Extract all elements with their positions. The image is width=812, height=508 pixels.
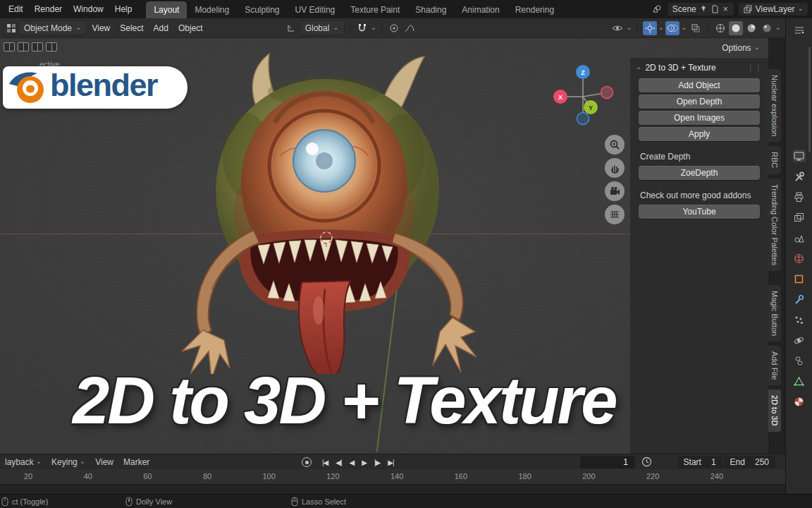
browse-scene-icon[interactable] — [650, 2, 664, 16]
show-overlays-icon[interactable] — [665, 21, 679, 35]
tab-add-file[interactable]: Add File — [768, 346, 781, 385]
monster-model[interactable] — [169, 49, 508, 374]
grid-ortho-button[interactable] — [605, 205, 625, 224]
options-dropdown[interactable]: Options — [722, 43, 760, 53]
strip-scrollbar[interactable] — [808, 47, 811, 152]
overlays-chevron[interactable] — [681, 23, 687, 33]
zoedepth-button[interactable]: ZoeDepth — [639, 166, 760, 180]
render-tab-icon[interactable] — [793, 170, 806, 183]
visibility-chevron[interactable] — [626, 23, 632, 33]
tab-uv-editing[interactable]: UV Editing — [288, 1, 343, 18]
orientation-dropdown[interactable]: Global — [300, 20, 345, 35]
scene-tab-icon[interactable] — [793, 231, 806, 244]
layout-split-icon[interactable] — [4, 42, 15, 52]
tab-nuclear-explosion[interactable]: Nuclear explosion — [768, 69, 781, 142]
new-scene-icon[interactable] — [710, 5, 719, 13]
material-tab-icon[interactable] — [793, 395, 806, 408]
apply-button[interactable]: Apply — [639, 127, 760, 141]
mode-dropdown[interactable]: Object Mode — [18, 20, 87, 35]
panel-grip-icon[interactable]: ⋮⋮ — [747, 64, 763, 72]
jump-to-end-button[interactable]: ▶| — [385, 457, 396, 468]
add-object-button[interactable]: Add Object — [639, 78, 760, 92]
viewlayer-selector[interactable]: ViewLayer — [738, 2, 808, 16]
tab-magic-button[interactable]: Magic Button — [768, 285, 781, 341]
shading-chevron[interactable] — [775, 23, 781, 33]
tab-shading[interactable]: Shading — [407, 1, 454, 18]
menu-edit[interactable]: Edit — [3, 1, 29, 17]
layout-split-icon[interactable] — [46, 42, 57, 52]
tab-texture-paint[interactable]: Texture Paint — [343, 1, 407, 18]
scene-selector[interactable]: Scene × — [668, 2, 734, 16]
view-layer-tab-icon[interactable] — [793, 211, 806, 224]
modifiers-tab-icon[interactable] — [793, 293, 806, 306]
unlink-scene-icon[interactable]: × — [722, 4, 730, 14]
object-tab-icon[interactable] — [793, 272, 806, 285]
menu-select[interactable]: Select — [115, 20, 148, 36]
timeline-scroll-strip[interactable] — [0, 484, 785, 494]
zoom-button[interactable] — [605, 135, 625, 155]
tab-2d-to-3d[interactable]: 2D to 3D — [768, 389, 781, 431]
editor-type-icon[interactable] — [4, 21, 18, 35]
snap-magnet-icon[interactable] — [355, 21, 369, 35]
playback-menu[interactable]: layback — [0, 457, 47, 467]
play-button[interactable]: ▶ — [359, 457, 369, 468]
current-frame-field[interactable]: 1 — [580, 456, 635, 468]
physics-tab-icon[interactable] — [793, 334, 806, 346]
menu-object[interactable]: Object — [173, 20, 208, 36]
shading-solid-icon[interactable] — [729, 21, 743, 35]
particles-tab-icon[interactable] — [793, 313, 806, 326]
tab-rbc[interactable]: RBC — [768, 146, 781, 174]
timeline-ruler[interactable]: 20 40 60 80 100 120 140 160 180 200 220 … — [0, 469, 785, 484]
auto-keying-button[interactable] — [302, 457, 312, 467]
open-images-button[interactable]: Open Images — [639, 111, 760, 125]
output-tab-icon[interactable] — [793, 190, 806, 203]
tab-layout[interactable]: Layout — [146, 1, 187, 18]
falloff-curve-icon[interactable] — [402, 21, 417, 35]
play-reverse-button[interactable]: ◀ — [347, 457, 357, 468]
menu-view[interactable]: View — [87, 20, 115, 36]
menu-add[interactable]: Add — [149, 20, 173, 36]
proportional-editing-icon[interactable] — [387, 21, 401, 35]
editor-type-icon[interactable] — [793, 24, 806, 37]
prev-keyframe-button[interactable]: ◀| — [333, 457, 344, 468]
camera-view-button[interactable] — [605, 181, 625, 201]
open-depth-button[interactable]: Open Depth — [639, 95, 760, 109]
pan-hand-button[interactable] — [605, 158, 625, 178]
show-gizmos-icon[interactable] — [643, 21, 657, 35]
menu-window[interactable]: Window — [68, 1, 109, 17]
jump-to-start-button[interactable]: |◀ — [319, 457, 331, 468]
use-preview-range-icon[interactable] — [641, 456, 652, 467]
layout-split-icon[interactable] — [32, 42, 43, 52]
collapse-chevron-icon[interactable] — [636, 63, 641, 73]
view-menu[interactable]: View — [90, 457, 118, 467]
visibility-eye-icon[interactable] — [610, 21, 625, 35]
constraints-tab-icon[interactable] — [793, 354, 806, 367]
start-frame-field[interactable]: Start 1 — [677, 456, 722, 468]
end-frame-field[interactable]: End 250 — [724, 456, 775, 468]
tab-animation[interactable]: Animation — [454, 1, 507, 18]
menu-render[interactable]: Render — [29, 1, 68, 17]
next-keyframe-button[interactable]: |▶ — [371, 457, 383, 468]
viewport-3d[interactable]: Options ective blender — [0, 38, 768, 454]
panel-header[interactable]: 2D to 3D + Texture ⋮⋮ — [630, 58, 768, 76]
shading-wireframe-icon[interactable] — [713, 21, 727, 35]
gizmos-chevron[interactable] — [658, 23, 664, 33]
tab-trending-color-palettes[interactable]: Trending Color Palettes — [768, 179, 781, 271]
tab-sculpting[interactable]: Sculpting — [237, 1, 287, 18]
shading-material-icon[interactable] — [744, 21, 758, 35]
menu-help[interactable]: Help — [109, 1, 138, 17]
data-tab-icon[interactable] — [793, 375, 806, 387]
tab-modeling[interactable]: Modeling — [187, 1, 237, 18]
xray-toggle-icon[interactable] — [689, 21, 703, 35]
layout-split-icon[interactable] — [18, 42, 29, 52]
shading-rendered-icon[interactable] — [760, 21, 774, 35]
tool-tab-icon[interactable] — [793, 150, 806, 162]
marker-menu[interactable]: Marker — [118, 457, 154, 467]
world-tab-icon[interactable] — [793, 252, 806, 265]
snap-options-chevron[interactable] — [371, 23, 376, 33]
axis-gizmo[interactable]: Z X Y — [550, 64, 617, 131]
tab-rendering[interactable]: Rendering — [508, 1, 562, 18]
pin-icon[interactable] — [699, 5, 708, 13]
youtube-button[interactable]: YouTube — [639, 205, 760, 219]
keying-menu[interactable]: Keying — [47, 457, 90, 467]
